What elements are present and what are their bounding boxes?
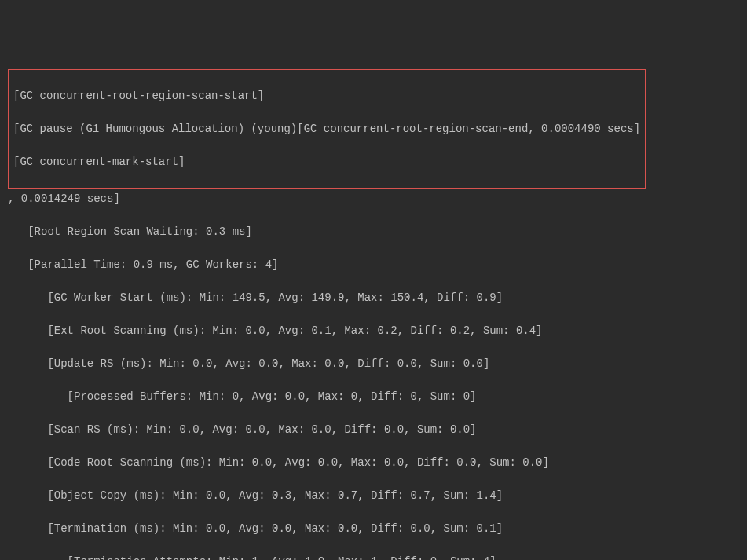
log-line: [Scan RS (ms): Min: 0.0, Avg: 0.0, Max: … [8, 422, 739, 438]
log-line: [Code Root Scanning (ms): Min: 0.0, Avg:… [8, 455, 739, 471]
log-line: [Update RS (ms): Min: 0.0, Avg: 0.0, Max… [8, 356, 739, 372]
log-line: [Processed Buffers: Min: 0, Avg: 0.0, Ma… [8, 389, 739, 405]
log-line: [Root Region Scan Waiting: 0.3 ms] [8, 224, 739, 240]
log-line: [Object Copy (ms): Min: 0.0, Avg: 0.3, M… [8, 488, 739, 504]
highlighted-gc-lines: [GC concurrent-root-region-scan-start] [… [8, 69, 646, 189]
log-line: [Termination Attempts: Min: 1, Avg: 1.0,… [8, 554, 739, 560]
log-line: [GC Worker Start (ms): Min: 149.5, Avg: … [8, 290, 739, 306]
highlight-line-3: [GC concurrent-mark-start] [13, 154, 640, 170]
log-line: [Termination (ms): Min: 0.0, Avg: 0.0, M… [8, 521, 739, 537]
log-line: [Parallel Time: 0.9 ms, GC Workers: 4] [8, 257, 739, 273]
log-line: , 0.0014249 secs] [8, 191, 739, 207]
highlight-line-1: [GC concurrent-root-region-scan-start] [13, 88, 640, 104]
log-line: [Ext Root Scanning (ms): Min: 0.0, Avg: … [8, 323, 739, 339]
highlight-line-2: [GC pause (G1 Humongous Allocation) (you… [13, 121, 640, 137]
